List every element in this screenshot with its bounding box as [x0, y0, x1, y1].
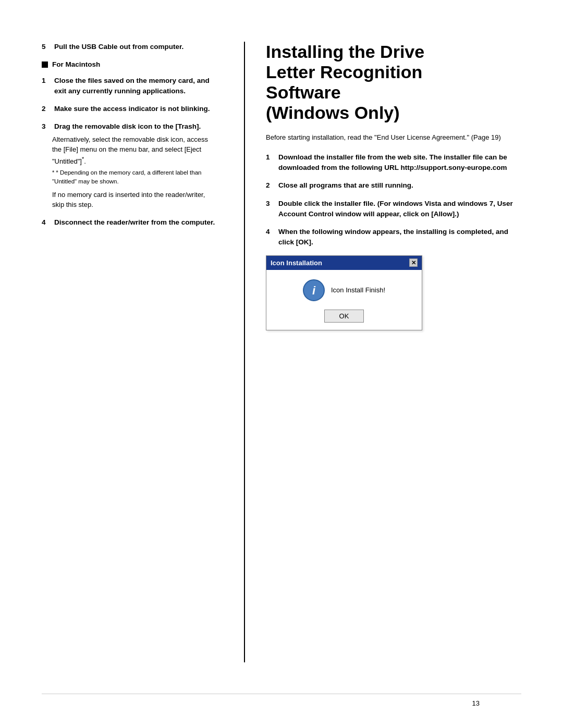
info-icon: i — [303, 279, 325, 301]
section-title: Installing the Drive Letter Recognition … — [266, 42, 521, 123]
step5-text: Pull the USB Cable out from computer. — [54, 42, 183, 52]
dialog-title: Icon Installation — [271, 258, 322, 268]
title-line3: Software — [266, 82, 341, 102]
right-step1-block: 1 Download the installer file from the w… — [266, 152, 521, 174]
dialog-body: i Icon Install Finish! OK — [266, 270, 422, 330]
step2-mac-num: 2 — [42, 104, 52, 114]
step1-mac-text: Close the files saved on the memory card… — [54, 76, 219, 97]
step5-num: 5 — [42, 42, 52, 52]
page: 5 Pull the USB Cable out from computer. … — [0, 0, 563, 728]
mac-label: For Macintosh — [52, 59, 100, 70]
dialog-message: Icon Install Finish! — [331, 285, 385, 295]
step1-mac-block: 1 Close the files saved on the memory ca… — [42, 76, 219, 97]
for-mac-header: For Macintosh — [42, 59, 219, 70]
dialog-content-row: i Icon Install Finish! — [303, 279, 385, 301]
step1-mac-num: 1 — [42, 76, 52, 86]
dialog-ok-button[interactable]: OK — [324, 310, 364, 323]
dialog-close-button[interactable]: ✕ — [409, 258, 418, 267]
right-step4-num: 4 — [266, 227, 276, 237]
right-step4-block: 4 When the following window appears, the… — [266, 227, 521, 330]
title-line2: Letter Recognition — [266, 62, 422, 82]
step4-mac-num: 4 — [42, 217, 52, 228]
right-step3-block: 3 Double click the installer file. (For … — [266, 199, 521, 220]
title-line4: (Windows Only) — [266, 103, 400, 122]
right-step2-text: Close all programs that are still runnin… — [278, 180, 413, 191]
right-step1-text: Download the installer file from the web… — [278, 152, 521, 174]
right-step1-num: 1 — [266, 152, 276, 163]
step3-mac-text: Drag the removable disk icon to the [Tra… — [54, 121, 201, 132]
title-line1: Installing the Drive — [266, 42, 424, 61]
right-step3-num: 3 — [266, 199, 276, 209]
step2-mac-text: Make sure the access indicator is not bl… — [54, 104, 210, 114]
step5-block: 5 Pull the USB Cable out from computer. — [42, 42, 219, 52]
step3-note2: If no memory card is inserted into the r… — [52, 190, 219, 210]
right-step4-text: When the following window appears, the i… — [278, 227, 521, 248]
step3-mac-num: 3 — [42, 121, 52, 132]
step4-mac-text: Disconnect the reader/writer from the co… — [54, 217, 215, 228]
right-step3-text: Double click the installer file. (For wi… — [278, 199, 521, 220]
right-step2-block: 2 Close all programs that are still runn… — [266, 180, 521, 191]
step3-mac-body: Alternatively, select the removable disk… — [52, 134, 219, 167]
step4-mac-block: 4 Disconnect the reader/writer from the … — [42, 217, 219, 228]
step3-footnote: * * Depending on the memory card, a diff… — [52, 168, 219, 185]
dialog-titlebar: Icon Installation ✕ — [266, 256, 422, 270]
right-step2-num: 2 — [266, 180, 276, 191]
mac-icon — [42, 61, 48, 68]
content-area: 5 Pull the USB Cable out from computer. … — [0, 0, 563, 694]
step2-mac-block: 2 Make sure the access indicator is not … — [42, 104, 219, 114]
left-column: 5 Pull the USB Cable out from computer. … — [42, 42, 219, 662]
intro-text: Before starting installation, read the "… — [266, 132, 521, 143]
page-number: 13 — [472, 699, 480, 707]
right-column: Installing the Drive Letter Recognition … — [244, 42, 521, 662]
icon-installation-dialog: Icon Installation ✕ i Icon Install Finis… — [266, 255, 422, 331]
step3-mac-block: 3 Drag the removable disk icon to the [T… — [42, 121, 219, 210]
page-footer: 13 — [42, 694, 521, 728]
